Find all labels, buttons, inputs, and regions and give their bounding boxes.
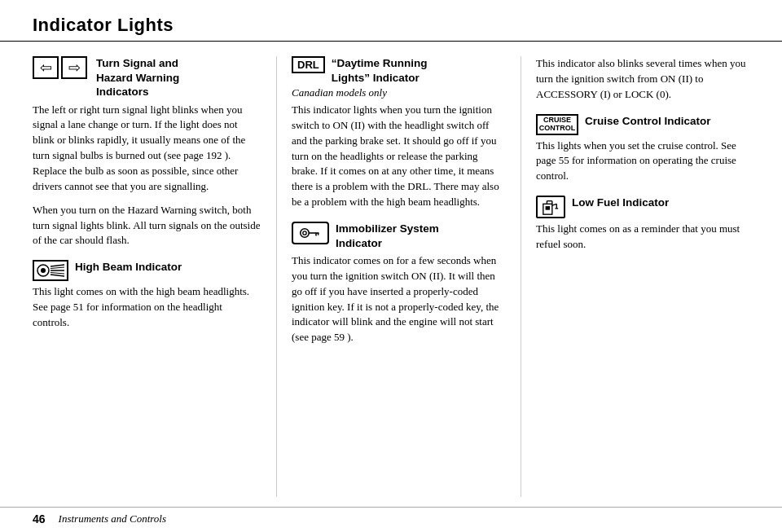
svg-rect-13: [546, 206, 551, 210]
page-title: Indicator Lights: [33, 15, 174, 36]
fuel-title: Low Fuel Indicator: [572, 196, 669, 210]
svg-point-1: [41, 268, 46, 273]
cruise-icon-title-row: CRUISE CONTROL Cruise Control Indicator: [536, 114, 749, 135]
left-arrow-icon: ⇦: [33, 56, 59, 79]
drl-body: This indicator lights when you turn the …: [292, 103, 506, 210]
immobilizer-icon-title-row: Immobilizer System Indicator: [292, 222, 506, 250]
drl-section: DRL “Daytime Running Lights” Indicator C…: [292, 56, 506, 210]
high-beam-body: This light comes on with the high beam h…: [33, 284, 261, 331]
immobilizer-icon: [292, 222, 329, 244]
svg-line-14: [552, 204, 557, 205]
content-area: ⇦ ⇨ Turn Signal and Hazard Warning Indic…: [0, 42, 782, 497]
drl-title: “Daytime Running Lights” Indicator: [332, 56, 428, 85]
column-left: ⇦ ⇨ Turn Signal and Hazard Warning Indic…: [33, 56, 277, 497]
column-mid: DRL “Daytime Running Lights” Indicator C…: [277, 56, 521, 497]
immobilizer-body: This indicator comes on for a few second…: [292, 253, 506, 345]
svg-line-6: [51, 273, 64, 275]
svg-line-3: [51, 265, 64, 266]
footer-page-number: 46: [33, 512, 46, 525]
footer-section-title: Instruments and Controls: [59, 512, 166, 525]
svg-line-5: [51, 267, 64, 269]
cruise-control-icon: CRUISE CONTROL: [536, 114, 578, 135]
fuel-body: This light comes on as a reminder that y…: [536, 222, 749, 253]
drl-note: Canadian models only: [292, 86, 506, 99]
immobilizer-section: Immobilizer System Indicator This indica…: [292, 222, 506, 345]
turn-signal-icon-title-row: ⇦ ⇨ Turn Signal and Hazard Warning Indic…: [33, 56, 261, 99]
high-beam-icon-title-row: High Beam Indicator: [33, 260, 261, 281]
fuel-pump-svg: [542, 198, 560, 216]
svg-point-7: [301, 229, 310, 238]
svg-line-4: [51, 275, 64, 276]
turn-signal-body1: The left or right turn signal light blin…: [33, 103, 261, 195]
turn-signal-icons: ⇦ ⇨: [33, 56, 90, 79]
turn-signal-body2: When you turn on the Hazard Warning swit…: [33, 203, 261, 249]
page-footer: 46 Instruments and Controls: [0, 507, 782, 532]
page-header: Indicator Lights: [0, 0, 782, 42]
cruise-control-section: CRUISE CONTROL Cruise Control Indicator …: [536, 114, 749, 185]
low-fuel-section: Low Fuel Indicator This light comes on a…: [536, 196, 749, 253]
high-beam-svg: [35, 262, 66, 279]
fuel-icon-title-row: Low Fuel Indicator: [536, 196, 749, 218]
column-right: This indicator also blinks several times…: [521, 56, 749, 497]
high-beam-section: High Beam Indicator This light comes on …: [33, 260, 261, 331]
high-beam-title: High Beam Indicator: [75, 260, 182, 275]
drl-icon: DRL: [292, 56, 325, 73]
drl-continuation-section: This indicator also blinks several times…: [536, 56, 749, 103]
drl-title-row: DRL “Daytime Running Lights” Indicator: [292, 56, 506, 85]
key-svg: [299, 226, 322, 240]
fuel-icon: [536, 196, 565, 218]
cruise-title: Cruise Control Indicator: [585, 114, 711, 129]
drl-continuation-body: This indicator also blinks several times…: [536, 56, 749, 103]
turn-signal-title: Turn Signal and Hazard Warning Indicator…: [96, 56, 179, 99]
turn-signal-section: ⇦ ⇨ Turn Signal and Hazard Warning Indic…: [33, 56, 261, 248]
svg-point-8: [303, 231, 306, 235]
page-wrapper: Indicator Lights ⇦ ⇨ Turn Signal and Haz…: [0, 0, 782, 532]
right-arrow-icon: ⇨: [61, 56, 87, 79]
cruise-body: This lights when you set the cruise cont…: [536, 138, 749, 185]
high-beam-icon: [33, 260, 68, 281]
immobilizer-title: Immobilizer System Indicator: [336, 222, 439, 250]
